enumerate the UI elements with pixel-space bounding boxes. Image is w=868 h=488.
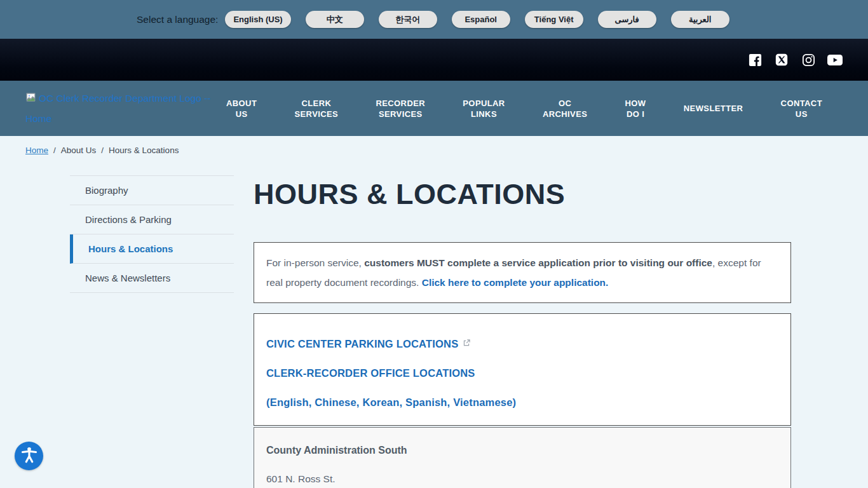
language-pill-list: English (US)中文한국어EspañolTiếng Việtفارسیا… [225, 11, 729, 28]
language-button[interactable]: 中文 [306, 11, 364, 28]
nav-item[interactable]: HOW DO I [625, 98, 646, 119]
nav-item[interactable]: CLERK SERVICES [294, 98, 338, 119]
nav-item[interactable]: NEWSLETTER [684, 103, 743, 114]
language-button[interactable]: العربية [671, 11, 729, 28]
civic-center-parking-link[interactable]: CIVIC CENTER PARKING LOCATIONS [266, 336, 778, 351]
youtube-icon[interactable] [827, 52, 843, 67]
sidebar-item[interactable]: Biography [70, 175, 234, 205]
accessibility-icon [20, 445, 39, 466]
breadcrumb-item[interactable]: Home [25, 146, 48, 155]
language-button[interactable]: 한국어 [379, 11, 437, 28]
site-logo-link[interactable]: OC Clerk Recorder Department Logo -- Hom… [25, 89, 211, 128]
main-nav: OC Clerk Recorder Department Logo -- Hom… [0, 81, 868, 136]
links-box: CIVIC CENTER PARKING LOCATIONS CLERK-REC… [254, 313, 791, 426]
location-card: County Administration South 601 N. Ross … [254, 427, 791, 488]
nav-links: ABOUT USCLERK SERVICESRECORDER SERVICESP… [226, 98, 822, 119]
application-link[interactable]: Click here to complete your application. [422, 277, 609, 288]
language-button[interactable]: English (US) [225, 11, 290, 28]
sidebar-item[interactable]: News & Newsletters [70, 264, 234, 293]
breadcrumb: HomeAbout UsHours & Locations [0, 136, 868, 155]
language-button[interactable]: Español [452, 11, 510, 28]
language-button[interactable]: فارسی [598, 11, 656, 28]
breadcrumb-item[interactable]: Hours & Locations [96, 146, 179, 155]
external-link-icon [463, 337, 470, 348]
language-label: Select a language: [137, 14, 218, 25]
office-locations-link[interactable]: CLERK-RECORDER OFFICE LOCATIONS [266, 366, 778, 380]
notice-bold-text: customers MUST complete a service applic… [364, 257, 712, 268]
social-bar [0, 39, 868, 81]
sidebar-item[interactable]: Hours & Locations [70, 234, 234, 264]
notice-box: For in-person service, customers MUST co… [254, 242, 791, 303]
broken-image-icon [25, 90, 36, 109]
language-button[interactable]: Tiếng Việt [525, 11, 583, 28]
x-twitter-icon[interactable] [774, 52, 789, 67]
sidebar-item[interactable]: Directions & Parking [70, 205, 234, 234]
sidebar-nav: BiographyDirections & ParkingHours & Loc… [70, 175, 234, 488]
link-label: CIVIC CENTER PARKING LOCATIONS [266, 338, 458, 349]
office-locations-languages-link[interactable]: (English, Chinese, Korean, Spanish, Viet… [266, 395, 778, 409]
facebook-icon[interactable] [747, 52, 763, 67]
nav-item[interactable]: POPULAR LINKS [463, 98, 505, 119]
location-name: County Administration South [266, 445, 778, 456]
location-address: 601 N. Ross St. Santa Ana, CA 92701 [266, 470, 778, 488]
breadcrumb-item[interactable]: About Us [48, 146, 96, 155]
nav-item[interactable]: OC ARCHIVES [543, 98, 587, 119]
nav-item[interactable]: RECORDER SERVICES [376, 98, 425, 119]
instagram-icon[interactable] [801, 52, 816, 67]
logo-alt-text: OC Clerk Recorder Department Logo -- Hom… [25, 93, 211, 124]
main-content: HOURS & LOCATIONS For in-person service,… [254, 155, 791, 488]
location-address-line: 601 N. Ross St. [266, 470, 778, 487]
page-title: HOURS & LOCATIONS [254, 179, 791, 210]
notice-text: For in-person service, [266, 257, 364, 268]
nav-item[interactable]: ABOUT US [226, 98, 257, 119]
accessibility-widget-button[interactable] [15, 442, 43, 470]
language-bar: Select a language: English (US)中文한국어Espa… [0, 0, 868, 39]
nav-item[interactable]: CONTACT US [781, 98, 822, 119]
